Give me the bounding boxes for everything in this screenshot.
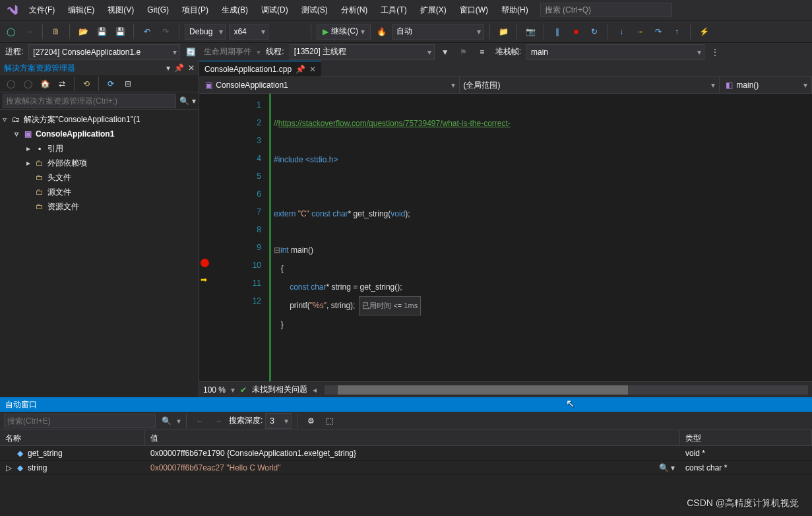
pin-icon[interactable]: 📌 bbox=[174, 63, 184, 73]
col-name[interactable]: 名称 bbox=[0, 430, 145, 445]
menu-extensions[interactable]: 扩展(X) bbox=[414, 2, 453, 18]
tree-project[interactable]: ▿▣ ConsoleApplication1 bbox=[1, 127, 197, 141]
code-editor[interactable]: ➡ 123 456 789 101112 //https://stackover… bbox=[199, 94, 812, 381]
pin-icon[interactable]: 📌 bbox=[296, 65, 305, 74]
search-icon[interactable]: 🔍 bbox=[176, 93, 192, 109]
threads-icon[interactable]: ≡ bbox=[474, 44, 490, 60]
config-combo[interactable]: Debug bbox=[185, 24, 226, 40]
glyph-margin[interactable]: ➡ bbox=[199, 94, 211, 381]
zoom-level[interactable]: 100 % bbox=[203, 385, 226, 395]
menu-build[interactable]: 生成(B) bbox=[215, 2, 255, 18]
nav-forward-icon[interactable]: → bbox=[21, 24, 37, 40]
switch-view-icon[interactable]: ⟲ bbox=[78, 76, 94, 92]
autos-title[interactable]: 自动窗口 bbox=[0, 397, 812, 412]
dropdown-icon[interactable]: ▾ bbox=[166, 63, 170, 73]
menu-edit[interactable]: 编辑(E) bbox=[61, 2, 101, 18]
menu-help[interactable]: 帮助(H) bbox=[495, 2, 535, 18]
redo-icon[interactable]: ↷ bbox=[158, 24, 173, 40]
tab-close-icon[interactable]: ✕ bbox=[309, 65, 316, 74]
tree-resources[interactable]: 🗀 资源文件 bbox=[1, 199, 197, 214]
sync-icon[interactable]: ⇄ bbox=[54, 76, 70, 92]
col-type[interactable]: 类型 bbox=[680, 430, 812, 445]
collapse-icon[interactable]: ⊟ bbox=[120, 76, 136, 92]
perf-tip[interactable]: 已用时间 <= 1ms bbox=[359, 296, 421, 315]
autos-row[interactable]: ▷◆string 0x00007ff6b67eac27 "Hello C Wor… bbox=[0, 461, 812, 475]
depth-combo[interactable]: 3 bbox=[265, 413, 292, 429]
more-icon[interactable]: ⋮ bbox=[707, 44, 723, 60]
menu-test[interactable]: 测试(S) bbox=[295, 2, 334, 18]
search-icon[interactable]: 🔍 bbox=[158, 413, 174, 429]
step-into-icon[interactable]: ↓ bbox=[613, 24, 629, 40]
snapshot-icon[interactable]: 📷 bbox=[522, 24, 538, 40]
menu-project[interactable]: 项目(P) bbox=[175, 2, 215, 18]
startup-combo[interactable]: 自动 bbox=[392, 24, 484, 40]
nav-fwd-icon[interactable]: → bbox=[210, 413, 226, 429]
refresh-icon[interactable]: ⟳ bbox=[103, 76, 119, 92]
sources-icon: 🗀 bbox=[34, 187, 45, 197]
grid-header: 名称 值 类型 bbox=[0, 430, 812, 446]
restart-icon[interactable]: ↻ bbox=[586, 24, 602, 40]
watermark: CSDN @高精度计算机视觉 bbox=[687, 498, 799, 509]
save-icon[interactable]: 💾 bbox=[94, 24, 109, 40]
folder-icon[interactable]: 📁 bbox=[495, 24, 511, 40]
menu-debug[interactable]: 调试(D) bbox=[255, 2, 295, 18]
flag-icon[interactable]: ⚑ bbox=[456, 44, 472, 60]
refs-icon: ▪ bbox=[34, 143, 45, 154]
filter-icon[interactable]: ⚙ bbox=[303, 413, 319, 429]
tree-solution[interactable]: ▿🗂 解决方案"ConsoleApplication1"(1 bbox=[1, 112, 197, 127]
menu-view[interactable]: 视图(V) bbox=[101, 2, 141, 18]
global-search[interactable]: 搜索 (Ctrl+Q) bbox=[540, 3, 672, 17]
menu-tools[interactable]: 工具(T) bbox=[374, 2, 413, 18]
thread-label: 线程: bbox=[263, 46, 286, 57]
diag-icon[interactable]: ⚡ bbox=[696, 24, 712, 40]
thread-combo[interactable]: [13520] 主线程 bbox=[290, 44, 435, 60]
nav-scope-combo[interactable]: (全局范围) bbox=[460, 77, 720, 93]
undo-icon[interactable]: ↶ bbox=[139, 24, 155, 40]
breakpoint-icon[interactable] bbox=[201, 259, 209, 267]
tree-sources[interactable]: 🗀 源文件 bbox=[1, 185, 197, 199]
next-statement-icon[interactable]: → bbox=[632, 24, 648, 40]
back-icon[interactable]: ◯ bbox=[3, 76, 18, 92]
hex-icon[interactable]: ⬚ bbox=[321, 413, 337, 429]
autos-search-input[interactable] bbox=[4, 414, 156, 428]
viewer-icon[interactable]: 🔍 ▾ bbox=[659, 463, 675, 472]
menu-file[interactable]: 文件(F) bbox=[22, 2, 61, 18]
nav-project-combo[interactable]: ▣ ConsoleApplication1 bbox=[199, 77, 460, 93]
nav-func-combo[interactable]: ◧ main() bbox=[720, 77, 812, 93]
menu-analyze[interactable]: 分析(N) bbox=[334, 2, 375, 18]
new-project-icon[interactable]: 🗎 bbox=[48, 24, 64, 40]
lifecycle-icon[interactable]: 🔄 bbox=[183, 44, 199, 60]
pause-icon[interactable]: ‖ bbox=[549, 24, 565, 40]
tab-file[interactable]: ConsoleApplication1.cpp 📌 ✕ bbox=[199, 61, 321, 77]
solution-icon: 🗂 bbox=[11, 114, 21, 125]
menu-window[interactable]: 窗口(W) bbox=[453, 2, 495, 18]
step-out-icon[interactable]: ↑ bbox=[669, 24, 685, 40]
code-content[interactable]: //https://stackoverflow.com/questions/75… bbox=[269, 94, 812, 381]
step-over-icon[interactable]: ↷ bbox=[650, 24, 666, 40]
nav-back-icon[interactable]: ← bbox=[192, 413, 208, 429]
filter-icon[interactable]: ▼ bbox=[437, 44, 453, 60]
stop-icon[interactable]: ■ bbox=[568, 24, 584, 40]
menu-git[interactable]: Git(G) bbox=[141, 3, 175, 17]
resources-icon: 🗀 bbox=[34, 201, 45, 212]
tree-headers[interactable]: 🗀 头文件 bbox=[1, 170, 197, 185]
nav-back-icon[interactable]: ◯ bbox=[3, 24, 18, 40]
editor-statusbar: 100 % ▾ ✔ 未找到相关问题 ◂ bbox=[199, 381, 812, 397]
platform-combo[interactable]: x64 bbox=[229, 24, 268, 40]
open-icon[interactable]: 📂 bbox=[75, 24, 91, 40]
stackframe-combo[interactable]: main bbox=[526, 44, 704, 60]
save-all-icon[interactable]: 💾 bbox=[112, 24, 128, 40]
tree-external-deps[interactable]: ▸🗀 外部依赖项 bbox=[1, 156, 197, 170]
tree-references[interactable]: ▸▪ 引用 bbox=[1, 141, 197, 156]
close-icon[interactable]: ✕ bbox=[188, 63, 195, 73]
autos-row[interactable]: ◆get_string 0x00007ff6b67e1790 {ConsoleA… bbox=[0, 446, 812, 461]
col-value[interactable]: 值 bbox=[145, 430, 680, 445]
sidebar-search-input[interactable] bbox=[3, 94, 176, 108]
hot-reload-icon[interactable]: 🔥 bbox=[373, 24, 389, 40]
home-icon[interactable]: 🏠 bbox=[37, 76, 53, 92]
fwd-icon[interactable]: ◯ bbox=[20, 76, 36, 92]
h-scrollbar[interactable] bbox=[325, 385, 808, 395]
continue-button[interactable]: ▶ 继续(C) ▾ bbox=[317, 24, 371, 40]
process-combo[interactable]: [27204] ConsoleApplication1.e bbox=[28, 44, 180, 60]
project-label: ConsoleApplication1 bbox=[36, 129, 114, 139]
